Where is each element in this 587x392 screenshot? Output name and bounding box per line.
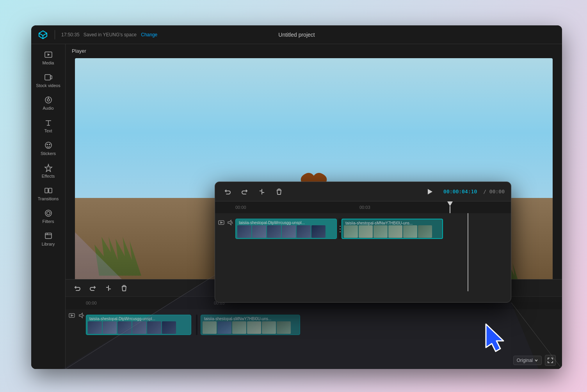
save-status: 17:50:35 Saved in YEUNG's space Change	[61, 32, 157, 37]
undo-button[interactable]	[72, 283, 83, 294]
sidebar-item-text[interactable]: Text	[34, 115, 62, 136]
clip-frame	[217, 321, 231, 334]
zoom-undo-button[interactable]	[221, 185, 234, 198]
clip-frame	[388, 225, 402, 238]
fullscreen-icon	[548, 358, 553, 363]
ruler-mark-0: 00:00	[86, 301, 97, 305]
sidebar-item-label: Text	[44, 128, 52, 133]
sidebar-item-label: Stickers	[41, 151, 56, 156]
top-bar: 17:50:35 Saved in YEUNG's space Change U…	[31, 25, 562, 44]
clip-frame	[418, 225, 432, 238]
zoom-toolbar: 00:00:04:10 / 00:00	[215, 182, 511, 201]
clip-frame	[237, 225, 251, 238]
clip-label-2: taisiia-shestopal-sMNwY7HBI0U-uns...	[204, 317, 271, 321]
clip-frame	[374, 225, 388, 238]
clip-frames-1	[86, 320, 178, 335]
svg-rect-13	[45, 188, 48, 193]
svg-line-27	[83, 315, 84, 316]
clip-frame	[88, 321, 102, 334]
sidebar-item-stickers[interactable]: Stickers	[34, 138, 62, 159]
svg-marker-25	[71, 315, 73, 316]
svg-rect-3	[50, 76, 52, 79]
clip-frame	[344, 225, 358, 238]
sidebar-item-library[interactable]: Library	[34, 228, 62, 249]
clip-frame	[277, 321, 291, 334]
sidebar-item-media[interactable]: Media	[34, 47, 62, 68]
zoom-ruler: 00:00 00:03	[215, 201, 511, 213]
zoom-clip-frames-2	[342, 224, 434, 239]
svg-point-16	[45, 210, 52, 216]
sidebar-item-label: Filters	[43, 219, 54, 224]
zoom-audio-mute-icon	[227, 219, 233, 226]
audio-mute-icon	[78, 312, 84, 319]
svg-marker-36	[486, 324, 503, 351]
divider	[55, 30, 55, 39]
zoom-split-button[interactable]	[256, 185, 268, 198]
sidebar-item-filters[interactable]: Filters	[34, 206, 62, 227]
sidebar-item-label: Stock videos	[36, 83, 60, 88]
sidebar-item-stock-videos[interactable]: Stock videos	[34, 70, 62, 91]
app-window: 17:50:35 Saved in YEUNG's space Change U…	[31, 25, 562, 369]
change-link[interactable]: Change	[141, 32, 157, 37]
playhead-track-line	[468, 213, 468, 291]
svg-point-11	[47, 144, 48, 145]
audio-icon	[44, 96, 53, 104]
bottom-right-controls: Original	[513, 355, 556, 366]
track-clip-1[interactable]: taisiia-shestopal-DtpWrrcusgg-unspl...	[86, 315, 191, 335]
original-button[interactable]: Original	[513, 356, 542, 365]
clip-frame	[147, 321, 161, 334]
clip-frame	[262, 321, 276, 334]
zoom-clips-row: taisiia-shestopal-DtpWrrcusgg-unspl...	[235, 216, 511, 241]
sidebar-item-label: Library	[42, 242, 55, 246]
playhead-triangle	[447, 201, 453, 206]
svg-line-35	[232, 221, 233, 224]
video-track-icon	[69, 312, 75, 319]
fullscreen-button[interactable]	[545, 355, 556, 366]
clip-frames-2	[201, 320, 292, 335]
sidebar-item-label: Effects	[42, 174, 55, 178]
zoom-delete-button[interactable]	[273, 185, 285, 198]
sidebar-item-transitions[interactable]: Transitions	[34, 183, 62, 204]
svg-rect-17	[45, 233, 52, 239]
zoom-play-button[interactable]	[423, 185, 436, 198]
svg-rect-14	[49, 188, 52, 193]
svg-point-12	[49, 144, 50, 145]
zoom-popup: 00:00:04:10 / 00:00 00:00 00:03	[215, 182, 511, 303]
split-button[interactable]	[103, 283, 114, 294]
sidebar-item-effects[interactable]: Effects	[34, 160, 62, 182]
clip-frame	[247, 321, 261, 334]
media-icon	[44, 50, 53, 59]
zoom-clip-label-2: taisiia-shestopal-sMNwY7HBI0U-uns...	[345, 221, 413, 225]
stock-videos-icon	[44, 73, 53, 82]
clip-frame	[267, 225, 281, 238]
filters-icon	[44, 209, 53, 217]
zoom-clip-divider	[338, 219, 342, 239]
clip-frame	[403, 225, 417, 238]
delete-button[interactable]	[119, 283, 130, 294]
sidebar-item-audio[interactable]: Audio	[34, 93, 62, 114]
clip-frame	[117, 321, 132, 334]
project-title: Untitled project	[278, 32, 315, 38]
svg-rect-2	[45, 75, 50, 80]
zoom-clip-2[interactable]: taisiia-shestopal-sMNwY7HBI0U-uns...	[342, 219, 443, 239]
timestamp: 17:50:35	[61, 32, 80, 37]
clip-frame	[252, 225, 266, 238]
clip-frame	[232, 321, 246, 334]
zoom-clip-1[interactable]: taisiia-shestopal-DtpWrrcusgg-unspl...	[235, 219, 337, 239]
clip-frame	[311, 225, 326, 238]
track-clip-2[interactable]: taisiia-shestopal-sMNwY7HBI0U-uns...	[201, 315, 300, 335]
zoom-redo-button[interactable]	[238, 185, 251, 198]
library-icon	[44, 232, 53, 240]
redo-button[interactable]	[87, 283, 98, 294]
chevron-down-icon	[534, 358, 538, 362]
clip-frame	[203, 321, 217, 334]
svg-marker-1	[48, 53, 50, 56]
zoom-clip-label-1: taisiia-shestopal-DtpWrrcusgg-unspl...	[239, 221, 305, 225]
clip-frame	[359, 225, 373, 238]
logo-icon	[37, 29, 48, 40]
svg-marker-26	[79, 313, 82, 318]
zoom-tracks: taisiia-shestopal-DtpWrrcusgg-unspl...	[215, 213, 511, 291]
zoom-time-total: / 00:00	[483, 189, 505, 194]
original-label: Original	[517, 358, 533, 363]
clip-frame	[162, 321, 176, 334]
